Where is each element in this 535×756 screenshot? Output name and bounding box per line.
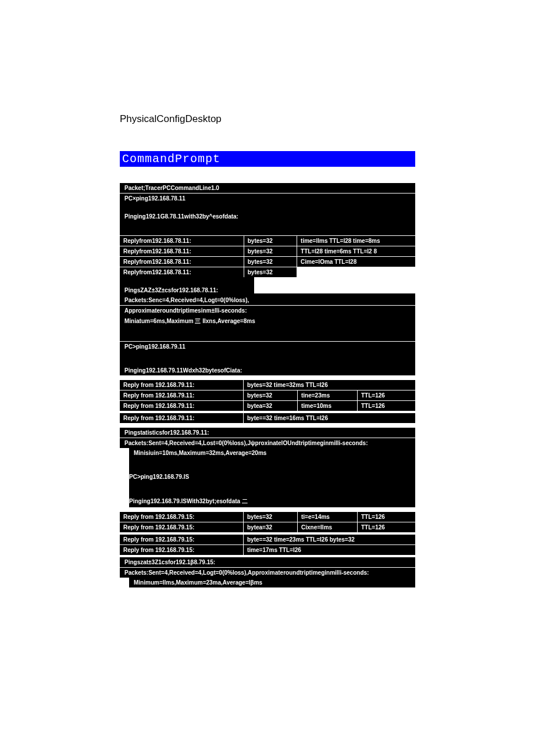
reply-bytes: bytea=32: [244, 522, 298, 532]
terminal-output: Packet;TracerPCCommandLine1.0 PC×ping192…: [120, 183, 415, 375]
ping-reply-row: Replyfrom192.168.78.11: bytes=32: [120, 267, 415, 277]
document-page: PhysicalConfigDesktop CommandPrompt Pack…: [0, 0, 535, 587]
terminal-output: Reply from 192.168.79.15: bytes=32 ti=e=…: [120, 512, 415, 532]
reply-ttl: TTL=126: [358, 401, 415, 411]
ping-reply-row: Reply from 192.168.79.15: byte==32 time=…: [120, 535, 415, 544]
ping-rtt-header: Approximateroundtriptimesinm±lli-seconds…: [120, 305, 415, 316]
tab-labels: PhysicalConfigDesktop: [120, 113, 415, 125]
terminal-line: PC>ping192.168.79.11: [120, 341, 415, 352]
reply-ttl: TTL=126: [358, 390, 415, 400]
terminal-line: Packet;TracerPCCommandLine1.0: [120, 183, 415, 193]
terminal-output: Reply from 192.168.79.15: byte==32 time=…: [120, 535, 415, 555]
terminal-output: Reply from 192.168.79.11: byte==32 time=…: [120, 413, 415, 423]
terminal-output: Pingszat±3Z1csfor192.1β8.79.15: Packets:…: [120, 557, 415, 587]
reply-host: Reply from 192.168.79.11:: [120, 401, 244, 411]
reply-time: Cime=IOma TTL=I28: [297, 257, 415, 267]
reply-empty: [297, 267, 415, 277]
ping-rtt-values: Minimum=llms,Maximum=23ma,Average=lβms: [129, 578, 415, 587]
reply-host: Reply from 192.168.79.15:: [120, 522, 244, 532]
reply-time: tine=23ms: [298, 390, 358, 400]
reply-ttl: TTL=126: [358, 522, 415, 532]
ping-reply-row: Replyfrom192.168.78.11: bytes=32 Cime=IO…: [120, 256, 415, 267]
terminal-line: Pinging192.168.79.11Wdxh32bytesofCiata:: [120, 366, 415, 375]
terminal-line: Pinging192.168.79.ISWith32byt;esofdata 二: [129, 496, 415, 507]
ping-reply-row: Reply from 192.168.79.15: bytes=32 ti=e=…: [120, 512, 415, 522]
ping-rtt-values: Miniatum=6ms,Maximum 三 Ilxns,Average=8ms: [120, 316, 415, 327]
reply-detail: time=17ms TTL=I26: [244, 545, 415, 555]
reply-bytes: bytea=32: [244, 401, 298, 411]
terminal-output: Reply from 192.168.79.11: bytes=32 time=…: [120, 380, 415, 411]
reply-host: Reply from 192.168.79.11:: [120, 390, 244, 400]
reply-host: Reply from 192.168.79.15:: [120, 535, 244, 544]
command-prompt-title: CommandPrompt: [120, 151, 415, 167]
ping-packets-line: Packets:Senc=4,Received=4,Logt=0(0%loss)…: [120, 295, 415, 305]
ping-packets-line: Packets:Sent=4,Received=4,Lost=0(0%loss)…: [120, 438, 415, 448]
reply-bytes: bytes=32: [244, 257, 297, 267]
reply-time: ti=e=14ms: [298, 512, 358, 522]
ping-reply-row: Reply from 192.168.79.11: bytea=32 time=…: [120, 400, 415, 411]
reply-detail: bytes=32 time=32ms TTL=I26: [244, 380, 415, 390]
reply-host: Reply from 192.168.79.11:: [120, 413, 244, 423]
ping-stats-header: Pingstatisticsfor192.168.79.11:: [120, 428, 415, 438]
reply-host: Replyfrom192.168.78.11:: [120, 246, 244, 256]
terminal-line: PC>ping192.168.79.IS: [129, 472, 415, 482]
reply-bytes: bytes=32: [244, 236, 297, 246]
reply-time: time=llms TTL=I28 time=8ms: [297, 236, 415, 246]
ping-reply-row: Replyfrom192.168.78.11: bytes=32 time=ll…: [120, 235, 415, 246]
reply-host: Reply from 192.168.79.15:: [120, 545, 244, 555]
ping-reply-row: Replyfrom192.168.78.11: bytes=32 TTL=I28…: [120, 246, 415, 256]
ping-stats-header: PingsZAZ±3Z±csfor192.168.78.11:: [120, 285, 254, 295]
reply-host: Replyfrom192.168.78.11:: [120, 236, 244, 246]
terminal-output: Pingstatisticsfor192.168.79.11: Packets:…: [120, 428, 415, 507]
reply-bytes: bytes=32: [244, 267, 297, 277]
reply-host: Replyfrom192.168.78.11:: [120, 267, 244, 277]
ping-reply-row: Reply from 192.168.79.15: bytea=32 Cixne…: [120, 522, 415, 532]
reply-time: TTL=I28 time=6ms TTL=I2 8: [297, 246, 415, 256]
ping-reply-row: Reply from 192.168.79.15: time=17ms TTL=…: [120, 544, 415, 555]
reply-bytes: bytes=32: [244, 390, 298, 400]
ping-reply-row: Reply from 192.168.79.11: bytes=32 time=…: [120, 380, 415, 390]
ping-reply-row: Reply from 192.168.79.11: byte==32 time=…: [120, 413, 415, 423]
reply-detail: byte==32 time=16ms TTL=I26: [244, 413, 415, 423]
reply-host: Replyfrom192.168.78.11:: [120, 257, 244, 267]
reply-host: Reply from 192.168.79.15:: [120, 512, 244, 522]
ping-rtt-values: Minisiuin=10ms,Maximum=32ms,Average=20ms: [129, 448, 415, 458]
reply-bytes: bytes=32: [244, 246, 297, 256]
ping-stats-header: Pingszat±3Z1csfor192.1β8.79.15:: [120, 557, 415, 567]
reply-host: Reply from 192.168.79.11:: [120, 380, 244, 390]
ping-reply-row: Reply from 192.168.79.11: bytes=32 tine=…: [120, 390, 415, 400]
ping-packets-line: Packets:Sent=4,Received=4,Logt=0(0%loss)…: [120, 567, 415, 578]
reply-ttl: TTL=126: [358, 512, 415, 522]
reply-time: time=10ms: [298, 401, 358, 411]
terminal-line: Pinging192.1G8.78.11with32by^esofdata:: [120, 212, 415, 221]
reply-detail: byte==32 time=23ms TTL=I26 bytes=32: [244, 535, 415, 544]
reply-bytes: bytes=32: [244, 512, 298, 522]
reply-time: Cixne=Ilms: [298, 522, 358, 532]
terminal-line: PC×ping192.168.78.11: [120, 193, 415, 203]
